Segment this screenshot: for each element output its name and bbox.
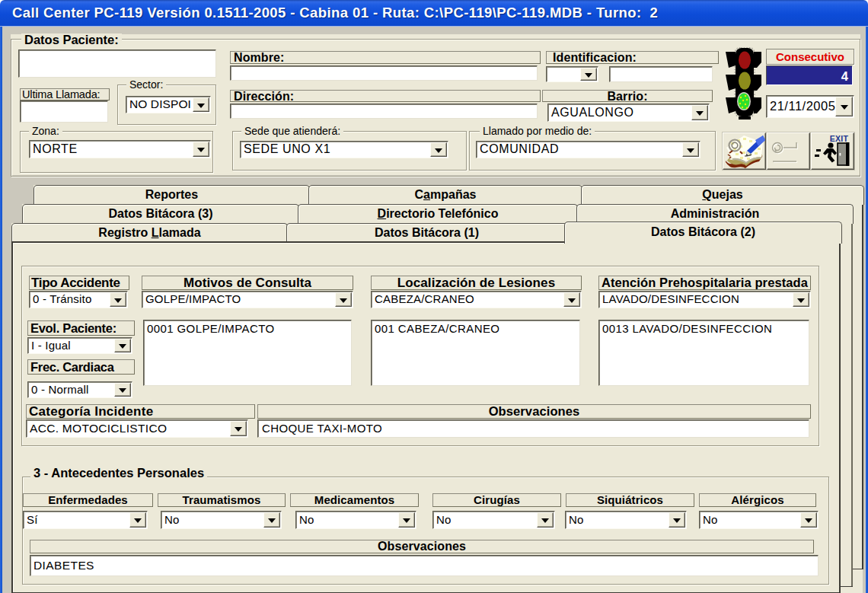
svg-text:EXIT: EXIT (830, 134, 849, 143)
